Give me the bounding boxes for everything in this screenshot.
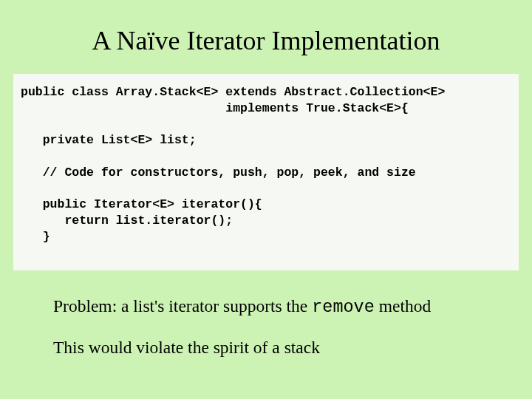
code-line: }	[21, 230, 50, 244]
paragraph-problem: Problem: a list's iterator supports the …	[53, 296, 502, 318]
inline-code: remove	[312, 297, 375, 317]
code-line: return list.iterator();	[21, 214, 233, 228]
code-block: public class Array.Stack<E> extends Abst…	[13, 74, 519, 270]
code-line: implements True.Stack<E>{	[21, 101, 409, 115]
code-line: public class Array.Stack<E> extends Abst…	[21, 85, 445, 99]
body-text: Problem: a list's iterator supports the …	[0, 296, 532, 359]
text-run: Problem: a list's iterator supports the	[53, 296, 312, 316]
text-run: method	[375, 296, 431, 316]
slide-title: A Naïve Iterator Implementation	[0, 0, 532, 74]
paragraph-consequence: This would violate the spirit of a stack	[53, 337, 502, 358]
code-line: // Code for constructors, push, pop, pee…	[21, 166, 416, 180]
code-line: public Iterator<E> iterator(){	[21, 197, 262, 211]
code-line: private List<E> list;	[21, 133, 197, 147]
